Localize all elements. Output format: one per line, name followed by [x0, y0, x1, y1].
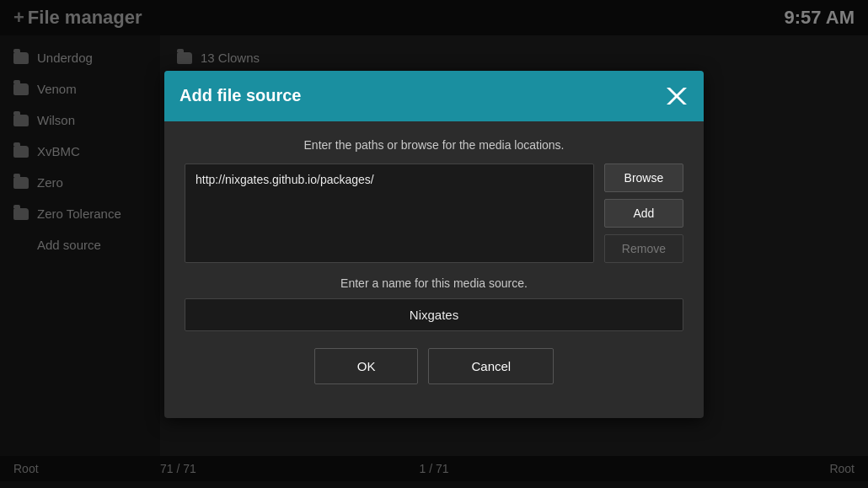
path-section: http://nixgates.github.io/packages/ Brow… [185, 164, 683, 263]
ok-button[interactable]: OK [314, 348, 419, 384]
browse-button[interactable]: Browse [604, 164, 683, 192]
add-button[interactable]: Add [604, 199, 683, 228]
dialog-footer: OK Cancel [185, 348, 683, 401]
path-buttons: Browse Add Remove [604, 164, 683, 263]
name-input[interactable]: Nixgates [185, 298, 683, 331]
remove-button[interactable]: Remove [604, 234, 683, 263]
dialog-header: Add file source [164, 71, 704, 121]
dialog-title: Add file source [179, 86, 301, 105]
cancel-button[interactable]: Cancel [428, 348, 554, 384]
path-input[interactable]: http://nixgates.github.io/packages/ [185, 164, 594, 263]
add-file-source-dialog: Add file source Enter the paths or brows… [164, 71, 704, 418]
dialog-body: Enter the paths or browse for the media … [164, 121, 704, 418]
name-description: Enter a name for this media source. [185, 276, 683, 290]
kodi-logo [662, 83, 689, 110]
dialog-overlay: Add file source Enter the paths or brows… [0, 0, 868, 488]
dialog-description: Enter the paths or browse for the media … [185, 138, 683, 152]
svg-marker-0 [667, 88, 687, 105]
